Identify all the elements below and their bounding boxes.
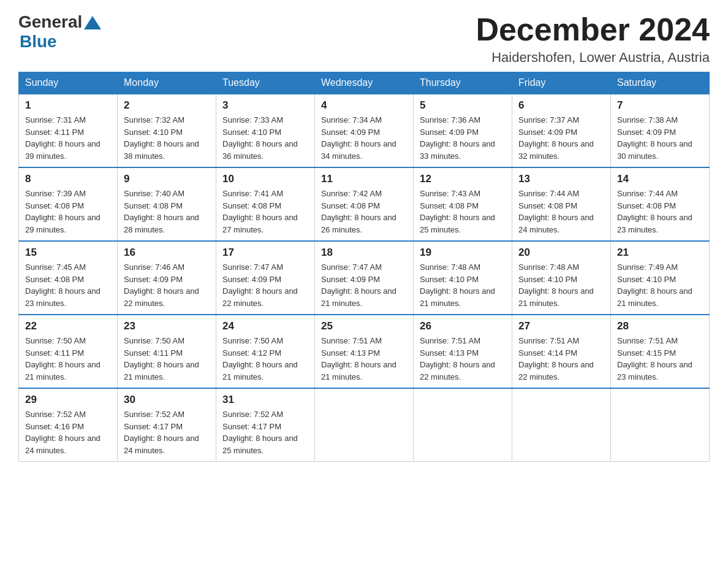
calendar-day-cell: 29Sunrise: 7:52 AMSunset: 4:16 PMDayligh… [19, 388, 118, 462]
calendar-header-friday: Friday [512, 72, 611, 94]
calendar-day-cell: 17Sunrise: 7:47 AMSunset: 4:09 PMDayligh… [216, 241, 315, 315]
calendar-day-cell: 8Sunrise: 7:39 AMSunset: 4:08 PMDaylight… [19, 167, 118, 241]
day-number: 14 [617, 173, 703, 185]
calendar-day-cell: 5Sunrise: 7:36 AMSunset: 4:09 PMDaylight… [414, 94, 512, 167]
calendar-day-cell: 24Sunrise: 7:50 AMSunset: 4:12 PMDayligh… [216, 315, 315, 388]
month-title: December 2024 [476, 12, 710, 47]
logo: General Blue [18, 12, 101, 52]
day-number: 5 [420, 99, 506, 112]
day-info: Sunrise: 7:41 AMSunset: 4:08 PMDaylight:… [222, 188, 308, 236]
day-info: Sunrise: 7:43 AMSunset: 4:08 PMDaylight:… [420, 188, 506, 236]
day-info: Sunrise: 7:52 AMSunset: 4:17 PMDaylight:… [124, 408, 210, 456]
calendar-week-row: 1Sunrise: 7:31 AMSunset: 4:11 PMDaylight… [19, 94, 710, 167]
day-number: 8 [25, 173, 111, 185]
title-section: December 2024 Haidershofen, Lower Austri… [476, 12, 710, 66]
calendar-day-cell: 18Sunrise: 7:47 AMSunset: 4:09 PMDayligh… [315, 241, 414, 315]
day-number: 27 [518, 320, 604, 332]
page-header: General Blue December 2024 Haidershofen,… [18, 12, 710, 66]
day-number: 19 [420, 247, 506, 259]
day-number: 7 [617, 99, 703, 112]
day-number: 31 [222, 394, 308, 406]
day-info: Sunrise: 7:51 AMSunset: 4:13 PMDaylight:… [321, 335, 407, 383]
calendar-day-cell [315, 388, 414, 462]
calendar-week-row: 22Sunrise: 7:50 AMSunset: 4:11 PMDayligh… [19, 315, 710, 388]
calendar-day-cell: 22Sunrise: 7:50 AMSunset: 4:11 PMDayligh… [19, 315, 118, 388]
calendar-day-cell: 14Sunrise: 7:44 AMSunset: 4:08 PMDayligh… [611, 167, 710, 241]
calendar-day-cell: 1Sunrise: 7:31 AMSunset: 4:11 PMDaylight… [19, 94, 118, 167]
day-info: Sunrise: 7:47 AMSunset: 4:09 PMDaylight:… [321, 261, 407, 309]
day-number: 28 [617, 320, 703, 332]
day-number: 13 [518, 173, 604, 185]
day-info: Sunrise: 7:40 AMSunset: 4:08 PMDaylight:… [124, 188, 210, 236]
day-number: 24 [222, 320, 308, 332]
day-info: Sunrise: 7:51 AMSunset: 4:15 PMDaylight:… [617, 335, 703, 383]
calendar-header-saturday: Saturday [611, 72, 710, 94]
calendar-header-monday: Monday [118, 72, 216, 94]
calendar-day-cell: 15Sunrise: 7:45 AMSunset: 4:08 PMDayligh… [19, 241, 118, 315]
day-number: 17 [222, 247, 308, 259]
day-info: Sunrise: 7:42 AMSunset: 4:08 PMDaylight:… [321, 188, 407, 236]
calendar-day-cell: 26Sunrise: 7:51 AMSunset: 4:13 PMDayligh… [414, 315, 512, 388]
day-info: Sunrise: 7:33 AMSunset: 4:10 PMDaylight:… [222, 114, 308, 162]
day-info: Sunrise: 7:46 AMSunset: 4:09 PMDaylight:… [124, 261, 210, 309]
calendar-day-cell [414, 388, 512, 462]
logo-blue-text: Blue [20, 32, 57, 52]
calendar-header-wednesday: Wednesday [315, 72, 414, 94]
calendar-header-tuesday: Tuesday [216, 72, 315, 94]
day-number: 23 [124, 320, 210, 332]
calendar-day-cell: 9Sunrise: 7:40 AMSunset: 4:08 PMDaylight… [118, 167, 216, 241]
calendar-week-row: 29Sunrise: 7:52 AMSunset: 4:16 PMDayligh… [19, 388, 710, 462]
day-number: 29 [25, 394, 111, 406]
day-number: 22 [25, 320, 111, 332]
calendar-header-sunday: Sunday [19, 72, 118, 94]
day-info: Sunrise: 7:44 AMSunset: 4:08 PMDaylight:… [617, 188, 703, 236]
calendar-day-cell [611, 388, 710, 462]
calendar-day-cell: 20Sunrise: 7:48 AMSunset: 4:10 PMDayligh… [512, 241, 611, 315]
day-number: 6 [518, 99, 604, 112]
day-info: Sunrise: 7:38 AMSunset: 4:09 PMDaylight:… [617, 114, 703, 162]
location-text: Haidershofen, Lower Austria, Austria [476, 50, 710, 66]
calendar-day-cell: 19Sunrise: 7:48 AMSunset: 4:10 PMDayligh… [414, 241, 512, 315]
day-number: 10 [222, 173, 308, 185]
day-info: Sunrise: 7:50 AMSunset: 4:11 PMDaylight:… [25, 335, 111, 383]
calendar-day-cell: 10Sunrise: 7:41 AMSunset: 4:08 PMDayligh… [216, 167, 315, 241]
calendar-day-cell: 21Sunrise: 7:49 AMSunset: 4:10 PMDayligh… [611, 241, 710, 315]
day-number: 26 [420, 320, 506, 332]
calendar-table: SundayMondayTuesdayWednesdayThursdayFrid… [18, 72, 710, 462]
calendar-day-cell: 3Sunrise: 7:33 AMSunset: 4:10 PMDaylight… [216, 94, 315, 167]
calendar-day-cell: 31Sunrise: 7:52 AMSunset: 4:17 PMDayligh… [216, 388, 315, 462]
calendar-day-cell: 11Sunrise: 7:42 AMSunset: 4:08 PMDayligh… [315, 167, 414, 241]
calendar-day-cell: 25Sunrise: 7:51 AMSunset: 4:13 PMDayligh… [315, 315, 414, 388]
calendar-week-row: 8Sunrise: 7:39 AMSunset: 4:08 PMDaylight… [19, 167, 710, 241]
calendar-day-cell: 28Sunrise: 7:51 AMSunset: 4:15 PMDayligh… [611, 315, 710, 388]
logo-general-text: General [18, 12, 82, 32]
day-number: 4 [321, 99, 407, 112]
day-number: 3 [222, 99, 308, 112]
day-info: Sunrise: 7:49 AMSunset: 4:10 PMDaylight:… [617, 261, 703, 309]
day-number: 15 [25, 247, 111, 259]
day-number: 16 [124, 247, 210, 259]
day-info: Sunrise: 7:34 AMSunset: 4:09 PMDaylight:… [321, 114, 407, 162]
day-info: Sunrise: 7:47 AMSunset: 4:09 PMDaylight:… [222, 261, 308, 309]
day-number: 9 [124, 173, 210, 185]
calendar-day-cell: 12Sunrise: 7:43 AMSunset: 4:08 PMDayligh… [414, 167, 512, 241]
calendar-day-cell: 6Sunrise: 7:37 AMSunset: 4:09 PMDaylight… [512, 94, 611, 167]
day-info: Sunrise: 7:51 AMSunset: 4:14 PMDaylight:… [518, 335, 604, 383]
day-number: 2 [124, 99, 210, 112]
day-info: Sunrise: 7:36 AMSunset: 4:09 PMDaylight:… [420, 114, 506, 162]
day-number: 12 [420, 173, 506, 185]
day-info: Sunrise: 7:52 AMSunset: 4:17 PMDaylight:… [222, 408, 308, 456]
calendar-day-cell: 16Sunrise: 7:46 AMSunset: 4:09 PMDayligh… [118, 241, 216, 315]
logo-triangle-icon [84, 16, 101, 29]
day-info: Sunrise: 7:51 AMSunset: 4:13 PMDaylight:… [420, 335, 506, 383]
day-number: 11 [321, 173, 407, 185]
day-info: Sunrise: 7:45 AMSunset: 4:08 PMDaylight:… [25, 261, 111, 309]
day-info: Sunrise: 7:48 AMSunset: 4:10 PMDaylight:… [518, 261, 604, 309]
calendar-header-row: SundayMondayTuesdayWednesdayThursdayFrid… [19, 72, 710, 94]
calendar-day-cell: 23Sunrise: 7:50 AMSunset: 4:11 PMDayligh… [118, 315, 216, 388]
day-info: Sunrise: 7:50 AMSunset: 4:12 PMDaylight:… [222, 335, 308, 383]
calendar-day-cell: 30Sunrise: 7:52 AMSunset: 4:17 PMDayligh… [118, 388, 216, 462]
calendar-day-cell: 13Sunrise: 7:44 AMSunset: 4:08 PMDayligh… [512, 167, 611, 241]
day-info: Sunrise: 7:44 AMSunset: 4:08 PMDaylight:… [518, 188, 604, 236]
day-info: Sunrise: 7:37 AMSunset: 4:09 PMDaylight:… [518, 114, 604, 162]
